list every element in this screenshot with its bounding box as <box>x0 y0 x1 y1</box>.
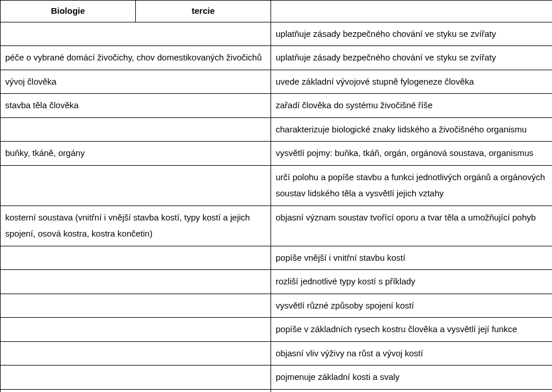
topic-cell <box>1 366 271 390</box>
table-row: objasní vliv výživy na růst a vývoj kost… <box>1 341 553 366</box>
topic-cell: buňky, tkáně, orgány <box>1 142 271 166</box>
topic-cell <box>1 270 271 294</box>
outcome-cell: určí polohu a popíše stavbu a funkci jed… <box>271 165 553 205</box>
outcome-cell: uplatňuje zásady bezpečného chování ve s… <box>271 46 553 70</box>
table-row: popíše vnější i vnitřní stavbu kostí <box>1 246 553 270</box>
table-row: uplatňuje zásady bezpečného chování ve s… <box>1 22 553 46</box>
table-row: stavba těla člověkazařadí člověka do sys… <box>1 94 553 118</box>
table-row: uvede příčiny nemocí, jejich prevence a … <box>1 389 553 392</box>
table-row: určí polohu a popíše stavbu a funkci jed… <box>1 165 553 205</box>
outcome-cell: uvede základní vývojové stupně fylogenez… <box>271 70 553 94</box>
curriculum-table-page: Biologie tercie uplatňuje zásady bezpečn… <box>0 0 552 392</box>
topic-cell <box>1 389 271 392</box>
topic-cell <box>1 318 271 342</box>
table-row: péče o vybrané domácí živočichy, chov do… <box>1 46 553 70</box>
outcome-cell: zařadí člověka do systému živočišné říše <box>271 94 553 118</box>
topic-cell: kosterní soustava (vnitřní i vnější stav… <box>1 205 271 246</box>
outcome-cell: charakterizuje biologické znaky lidského… <box>271 117 553 142</box>
outcome-cell: vysvětlí pojmy: buňka, tkáň, orgán, orgá… <box>271 142 553 166</box>
table-row: kosterní soustava (vnitřní i vnější stav… <box>1 205 553 246</box>
outcome-cell: pojmenuje základní kosti a svaly <box>271 366 553 390</box>
topic-cell <box>1 341 271 366</box>
outcome-cell: rozliší jednotlivé typy kostí s příklady <box>271 270 553 294</box>
table-header-row: Biologie tercie <box>1 1 553 22</box>
outcome-cell: objasní vliv výživy na růst a vývoj kost… <box>271 341 553 366</box>
topic-cell: vývoj člověka <box>1 70 271 94</box>
curriculum-table: Biologie tercie uplatňuje zásady bezpečn… <box>0 0 552 392</box>
table-row: pojmenuje základní kosti a svaly <box>1 366 553 390</box>
topic-cell: péče o vybrané domácí živočichy, chov do… <box>1 46 271 70</box>
table-row: buňky, tkáně, orgányvysvětlí pojmy: buňk… <box>1 142 553 166</box>
table-row: vysvětlí různé způsoby spojení kostí <box>1 294 553 318</box>
outcome-cell: uvede příčiny nemocí, jejich prevence a … <box>271 389 553 392</box>
header-subject: Biologie <box>1 1 136 22</box>
topic-cell <box>1 165 271 205</box>
outcome-cell: popíše vnější i vnitřní stavbu kostí <box>271 246 553 270</box>
outcome-cell: uplatňuje zásady bezpečného chování ve s… <box>271 22 553 46</box>
topic-cell <box>1 294 271 318</box>
topic-cell: stavba těla člověka <box>1 94 271 118</box>
outcome-cell: vysvětlí různé způsoby spojení kostí <box>271 294 553 318</box>
table-row: popíše v základních rysech kostru člověk… <box>1 318 553 342</box>
topic-cell <box>1 246 271 270</box>
header-empty <box>271 1 553 22</box>
table-row: vývoj člověkauvede základní vývojové stu… <box>1 70 553 94</box>
topic-cell <box>1 117 271 142</box>
table-row: rozliší jednotlivé typy kostí s příklady <box>1 270 553 294</box>
header-level: tercie <box>136 1 271 22</box>
outcome-cell: objasní význam soustav tvořící oporu a t… <box>271 205 553 246</box>
topic-cell <box>1 22 271 46</box>
outcome-cell: popíše v základních rysech kostru člověk… <box>271 318 553 342</box>
table-row: charakterizuje biologické znaky lidského… <box>1 117 553 142</box>
table-body: Biologie tercie uplatňuje zásady bezpečn… <box>1 1 553 393</box>
